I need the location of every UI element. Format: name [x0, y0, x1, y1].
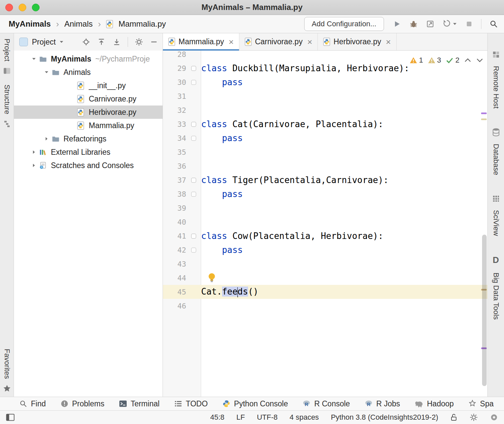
tree-item-mammalia-py[interactable]: Mammalia.py	[14, 119, 163, 132]
code-line-36[interactable]: 36	[163, 159, 487, 173]
add-configuration-button[interactable]: Add Configuration...	[304, 17, 384, 31]
tab-mammalia-py[interactable]: Mammalia.py ×	[163, 33, 239, 50]
fold-marker-icon[interactable]	[191, 234, 196, 239]
tool-button-project[interactable]: Project	[3, 39, 11, 63]
tool-button-database[interactable]: Database	[492, 124, 500, 175]
warnings-indicator[interactable]: 1	[410, 56, 423, 65]
file-encoding[interactable]: UTF-8	[257, 413, 278, 422]
tree-item-external-libraries[interactable]: External Libraries	[14, 145, 163, 159]
code-line-31[interactable]: 31	[163, 89, 487, 103]
tree-item-carnivorae-py[interactable]: Carnivorae.py	[14, 92, 163, 106]
tool-button-python-console[interactable]: Python Console	[222, 399, 288, 408]
fold-marker-icon[interactable]	[191, 192, 196, 197]
scrollbar-thumb[interactable]	[482, 235, 487, 386]
code-line-40[interactable]: 40	[163, 215, 487, 229]
debug-icon[interactable]	[409, 20, 418, 28]
line-separator[interactable]: LF	[236, 413, 245, 422]
tree-item-refactorings[interactable]: Refactorings	[14, 132, 163, 145]
code-line-32[interactable]: 32	[163, 103, 487, 117]
weak-warnings-indicator[interactable]: 3	[428, 56, 441, 65]
next-problem-icon[interactable]	[476, 58, 483, 63]
tool-button-problems[interactable]: Problems	[61, 399, 104, 408]
passed-indicator[interactable]: 2	[446, 56, 459, 65]
code-editor[interactable]: 2829class Duckbill(Marsupialia, Herbivor…	[163, 51, 487, 397]
fold-marker-icon[interactable]	[191, 248, 196, 253]
minimize-window-button[interactable]	[19, 4, 26, 11]
structure-icon[interactable]	[3, 120, 11, 128]
project-tool-icon[interactable]	[3, 67, 11, 75]
code-line-33[interactable]: 33class Cat(Carnivorae, Placentalia):	[163, 117, 487, 131]
tool-button-find[interactable]: Find	[19, 399, 46, 408]
fold-marker-icon[interactable]	[191, 80, 196, 85]
favorites-star-icon[interactable]	[3, 384, 11, 393]
chevron-down-icon[interactable]	[41, 69, 52, 75]
tab-carnivorae-py[interactable]: Carnivorae.py ×	[239, 33, 318, 50]
code-line-42[interactable]: 42 pass	[163, 243, 487, 257]
tool-button-favorites[interactable]: Favorites	[3, 349, 11, 380]
tree-item-animals[interactable]: Animals	[14, 66, 163, 79]
close-tab-icon[interactable]: ×	[229, 38, 234, 46]
tool-button-big-data-tools[interactable]: D Big Data Tools	[492, 251, 500, 319]
chevron-right-icon[interactable]	[29, 149, 39, 155]
intention-bulb-icon[interactable]	[207, 272, 217, 284]
fold-marker-icon[interactable]	[191, 136, 196, 141]
stop-icon[interactable]	[465, 20, 473, 28]
tool-button-terminal[interactable]: Terminal	[119, 399, 160, 408]
chevron-right-icon[interactable]	[29, 162, 39, 168]
tool-button-structure[interactable]: Structure	[3, 85, 11, 115]
locate-file-icon[interactable]	[82, 38, 90, 46]
indent-setting[interactable]: 4 spaces	[290, 413, 319, 422]
code-line-43[interactable]: 43	[163, 257, 487, 271]
code-line-35[interactable]: 35	[163, 145, 487, 159]
code-line-44[interactable]: 44	[163, 271, 487, 285]
lock-icon[interactable]	[450, 413, 457, 421]
code-line-37[interactable]: 37class Tiger(Placentalia,Carnivorae):	[163, 173, 487, 187]
code-line-45[interactable]: 45Cat.feeds()	[163, 285, 487, 299]
close-window-button[interactable]	[5, 4, 13, 11]
code-line-41[interactable]: 41class Cow(Placentalia, Herbivorae):	[163, 229, 487, 243]
tool-button-todo[interactable]: TODO	[174, 399, 208, 408]
tool-button-remote-host[interactable]: Remote Host	[492, 47, 500, 108]
close-tab-icon[interactable]: ×	[386, 38, 391, 46]
gear-icon[interactable]	[135, 38, 143, 46]
code-line-34[interactable]: 34 pass	[163, 131, 487, 145]
code-line-30[interactable]: 30 pass	[163, 75, 487, 89]
inspections-status-icon[interactable]	[490, 413, 498, 421]
chevron-down-icon[interactable]	[59, 39, 64, 45]
chevron-right-icon[interactable]	[41, 136, 52, 142]
close-tab-icon[interactable]: ×	[307, 38, 312, 46]
hide-panel-icon[interactable]	[150, 38, 158, 46]
project-view-dropdown[interactable]: Project	[32, 38, 56, 47]
code-line-38[interactable]: 38 pass	[163, 187, 487, 201]
interpreter-settings-icon[interactable]	[469, 413, 478, 422]
tree-item-herbivorae-py[interactable]: Herbivorae.py	[14, 106, 163, 119]
tree-item-myanimals[interactable]: MyAnimals~/PycharmProje	[14, 52, 163, 66]
collapse-all-icon[interactable]	[112, 38, 121, 46]
fold-marker-icon[interactable]	[191, 66, 196, 71]
search-everywhere-icon[interactable]	[489, 20, 498, 28]
breadcrumb-project[interactable]: MyAnimals	[9, 19, 51, 29]
breadcrumb-file[interactable]: Mammalia.py	[118, 19, 166, 29]
toolwindow-toggle-icon[interactable]	[6, 414, 15, 421]
tool-button-sciview[interactable]: SciView	[492, 191, 500, 236]
code-line-46[interactable]: 46	[163, 299, 487, 313]
rerun-button[interactable]	[442, 19, 457, 29]
run-icon[interactable]	[393, 20, 401, 28]
python-interpreter[interactable]: Python 3.8 (CodeInsights2019-2)	[331, 413, 438, 422]
prev-problem-icon[interactable]	[464, 58, 471, 63]
fold-marker-icon[interactable]	[191, 122, 196, 127]
fold-marker-icon[interactable]	[191, 178, 196, 183]
tool-button-r-console[interactable]: RR Console	[303, 399, 350, 408]
tab-herbivorae-py[interactable]: Herbivorae.py ×	[318, 33, 396, 50]
tool-button-hadoop[interactable]: Hadoop	[415, 399, 454, 408]
tree-item-scratches-and-consoles[interactable]: Scratches and Consoles	[14, 159, 163, 172]
code-line-39[interactable]: 39	[163, 201, 487, 215]
coverage-icon[interactable]	[426, 20, 435, 28]
breadcrumb-package[interactable]: Animals	[64, 19, 92, 29]
chevron-down-icon[interactable]	[29, 56, 39, 62]
tool-button-r-jobs[interactable]: RR Jobs	[365, 399, 400, 408]
tree-item-init-py[interactable]: __init__.py	[14, 79, 163, 92]
expand-all-icon[interactable]	[97, 38, 106, 46]
tool-button-spa[interactable]: Spa	[468, 399, 494, 408]
caret-position[interactable]: 45:8	[210, 413, 224, 422]
